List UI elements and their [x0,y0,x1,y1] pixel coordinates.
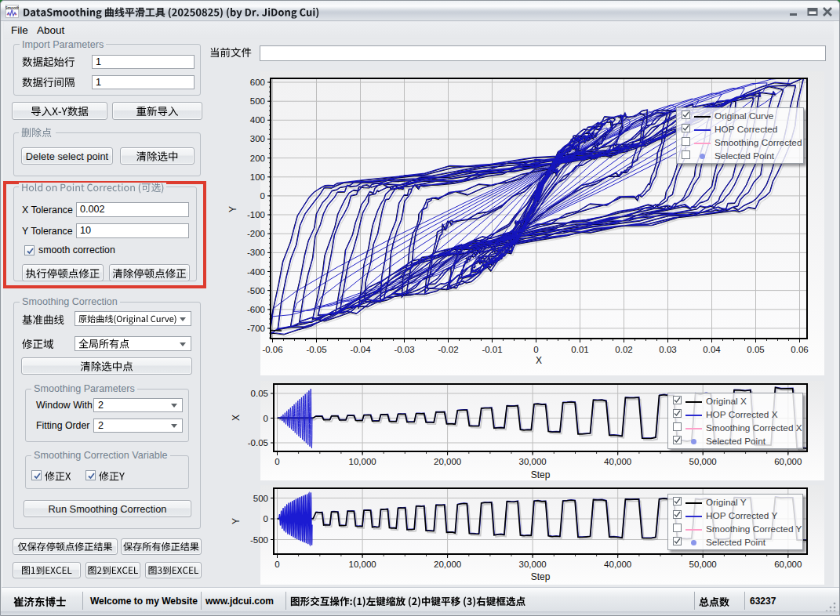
svg-text:40,000: 40,000 [604,457,631,466]
svg-text:400: 400 [250,115,265,125]
svg-text:-300: -300 [247,248,265,257]
svg-text:-500: -500 [250,535,268,545]
svg-text:50,000: 50,000 [689,560,717,569]
svg-text:0: 0 [275,457,279,466]
svg-text:0.04: 0.04 [703,345,721,354]
svg-text:X: X [536,355,542,366]
svg-text:10,000: 10,000 [349,560,376,569]
svg-text:-700: -700 [247,324,265,333]
svg-text:0.02: 0.02 [615,345,632,354]
svg-text:0: 0 [533,345,538,354]
svg-text:500: 500 [253,494,268,503]
svg-text:20,000: 20,000 [434,560,461,569]
svg-text:600: 600 [250,78,265,87]
svg-text:-0.01: -0.01 [482,345,502,354]
svg-text:-0.06: -0.06 [262,345,282,354]
svg-text:-600: -600 [247,305,265,314]
svg-text:Smooth: Smooth [5,5,19,10]
svg-text:-0.03: -0.03 [394,345,414,354]
svg-text:100: 100 [250,172,265,182]
svg-text:0.03: 0.03 [659,345,676,354]
svg-text:20,000: 20,000 [434,457,461,466]
svg-text:Y: Y [228,206,238,212]
svg-text:-0.05: -0.05 [248,438,268,448]
svg-text:-200: -200 [247,229,265,238]
svg-text:0: 0 [264,414,268,423]
svg-text:0: 0 [264,514,268,524]
svg-text:30,000: 30,000 [519,457,547,466]
svg-text:-0.04: -0.04 [350,345,371,354]
svg-text:200: 200 [250,154,265,163]
svg-text:0.05: 0.05 [251,389,268,398]
svg-text:0.05: 0.05 [747,345,764,354]
svg-text:-0.02: -0.02 [438,345,458,354]
svg-text:40,000: 40,000 [604,560,631,569]
svg-text:Step: Step [531,571,551,582]
svg-text:30,000: 30,000 [519,560,547,569]
svg-text:Y: Y [231,518,242,524]
svg-text:X: X [231,415,242,421]
svg-text:0: 0 [275,560,279,569]
svg-text:10,000: 10,000 [349,457,376,466]
svg-text:-100: -100 [247,210,265,219]
svg-text:-400: -400 [247,267,265,277]
svg-text:0: 0 [260,191,265,201]
svg-text:-500: -500 [247,286,265,295]
svg-text:-0.05: -0.05 [306,345,326,354]
svg-text:0.06: 0.06 [791,345,808,354]
svg-text:50,000: 50,000 [689,457,717,466]
svg-text:500: 500 [250,96,265,106]
svg-text:Step: Step [531,469,551,480]
svg-text:60,000: 60,000 [774,457,802,466]
svg-text:0.01: 0.01 [571,345,588,354]
svg-text:300: 300 [250,134,265,143]
svg-text:60,000: 60,000 [774,560,802,569]
